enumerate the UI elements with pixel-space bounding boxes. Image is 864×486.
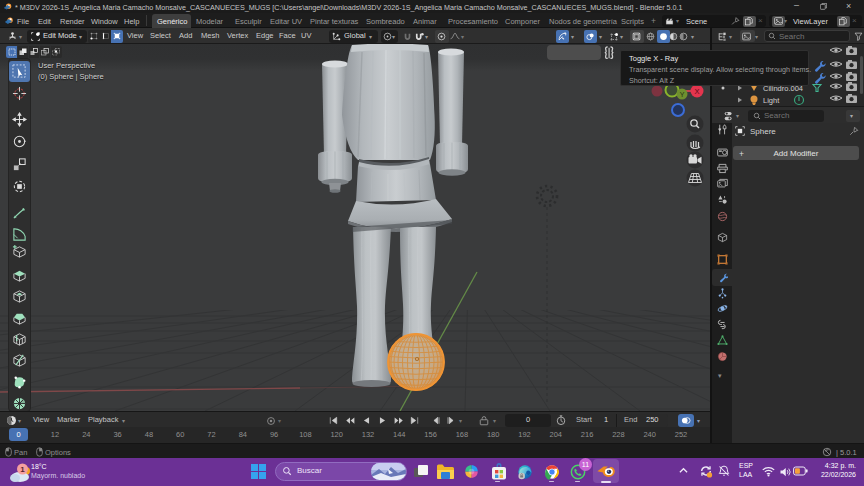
svg-text:11: 11: [582, 461, 589, 468]
svg-text:Light: Light: [763, 96, 780, 105]
svg-text:1: 1: [20, 465, 25, 474]
svg-text:X: X: [694, 87, 699, 96]
svg-text:Y: Y: [680, 91, 685, 98]
